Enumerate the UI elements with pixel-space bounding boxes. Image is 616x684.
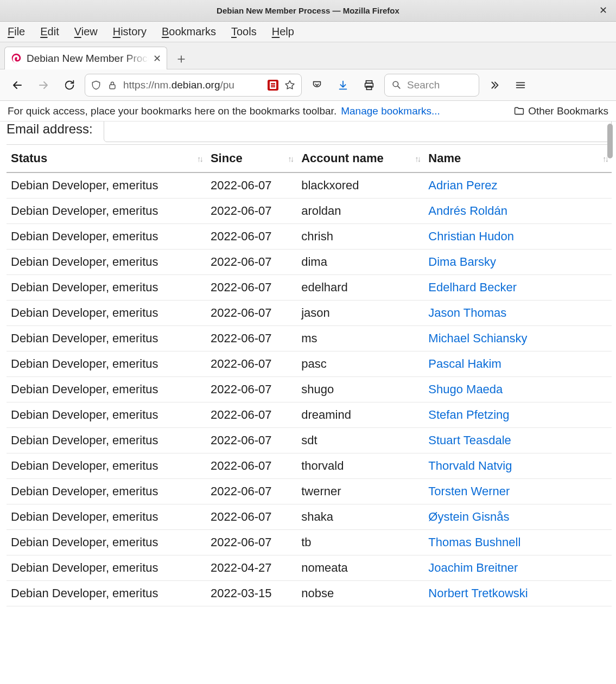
col-account[interactable]: Account name↑↓ — [297, 145, 424, 173]
scrollbar-thumb[interactable] — [607, 124, 613, 158]
reload-button[interactable] — [59, 74, 80, 96]
cell-name: Joachim Breitner — [424, 555, 612, 581]
bookmarks-toolbar: For quick access, place your bookmarks h… — [0, 101, 616, 122]
menu-view[interactable]: View — [74, 25, 98, 38]
member-link[interactable]: Pascal Hakim — [428, 357, 501, 370]
table-row: Debian Developer, emeritus2022-06-07sdtS… — [7, 428, 612, 453]
app-menu-button[interactable] — [510, 74, 531, 96]
cell-account: nomeata — [297, 555, 424, 581]
tabstrip: Debian New Member Process ✕ — [0, 42, 616, 69]
table-row: Debian Developer, emeritus2022-06-07chri… — [7, 224, 612, 250]
tab-label: Debian New Member Process — [27, 53, 149, 65]
table-row: Debian Developer, emeritus2022-06-07shak… — [7, 504, 612, 530]
urlbar[interactable]: https://nm.debian.org/pu — [85, 74, 302, 97]
cell-account: edelhard — [297, 275, 424, 301]
member-link[interactable]: Michael Schiansky — [428, 331, 527, 345]
print-icon — [363, 79, 375, 91]
menubar: File Edit View History Bookmarks Tools H… — [0, 22, 616, 42]
cell-name: Pascal Hakim — [424, 351, 612, 377]
cell-account: dima — [297, 250, 424, 275]
table-row: Debian Developer, emeritus2022-06-07thor… — [7, 453, 612, 479]
cell-name: Stuart Teasdale — [424, 428, 612, 453]
table-row: Debian Developer, emeritus2022-06-07pasc… — [7, 351, 612, 377]
menu-edit[interactable]: Edit — [40, 25, 59, 38]
debian-swirl-icon — [10, 53, 22, 65]
bookmarks-hint: For quick access, place your bookmarks h… — [8, 105, 336, 117]
reload-icon — [63, 79, 75, 91]
member-link[interactable]: Stefan Pfetzing — [428, 408, 509, 421]
lock-icon — [107, 80, 118, 91]
col-name[interactable]: Name↑↓ — [424, 145, 612, 173]
vertical-scrollbar[interactable] — [606, 122, 614, 684]
member-link[interactable]: Christian Hudon — [428, 229, 514, 243]
other-bookmarks-button[interactable]: Other Bookmarks — [513, 105, 608, 117]
cell-since: 2022-06-07 — [206, 250, 297, 275]
search-input[interactable]: Search — [384, 74, 479, 97]
member-link[interactable]: Stuart Teasdale — [428, 433, 511, 447]
cell-name: Norbert Tretkowski — [424, 581, 612, 606]
member-link[interactable]: Norbert Tretkowski — [428, 586, 528, 600]
star-icon[interactable] — [284, 79, 296, 91]
table-row: Debian Developer, emeritus2022-06-07drea… — [7, 402, 612, 428]
member-link[interactable]: Thorvald Natvig — [428, 459, 512, 472]
email-filter-row: Email address: — [7, 122, 612, 140]
email-input[interactable] — [104, 122, 612, 142]
cell-status: Debian Developer, emeritus — [7, 581, 206, 606]
menu-bookmarks[interactable]: Bookmarks — [162, 25, 216, 38]
member-link[interactable]: Adrian Perez — [428, 178, 497, 192]
cell-name: Christian Hudon — [424, 224, 612, 250]
menu-tools[interactable]: Tools — [231, 25, 257, 38]
menu-file[interactable]: File — [8, 25, 25, 38]
cell-since: 2022-06-07 — [206, 224, 297, 250]
cell-account: sdt — [297, 428, 424, 453]
tab-close-button[interactable]: ✕ — [153, 53, 161, 65]
sort-icon: ↑↓ — [197, 154, 202, 163]
print-button[interactable] — [358, 74, 380, 96]
member-link[interactable]: Øystein Gisnås — [428, 510, 509, 523]
cell-since: 2022-06-07 — [206, 504, 297, 530]
cell-status: Debian Developer, emeritus — [7, 402, 206, 428]
cell-since: 2022-06-07 — [206, 275, 297, 301]
downloads-button[interactable] — [332, 74, 354, 96]
pocket-button[interactable] — [306, 74, 328, 96]
cell-status: Debian Developer, emeritus — [7, 351, 206, 377]
cell-account: nobse — [297, 581, 424, 606]
new-tab-button[interactable] — [172, 49, 191, 69]
member-link[interactable]: Thomas Bushnell — [428, 535, 520, 549]
member-link[interactable]: Edelhard Becker — [428, 280, 517, 294]
cell-status: Debian Developer, emeritus — [7, 250, 206, 275]
forward-button[interactable] — [33, 74, 54, 96]
window-close-button[interactable]: ✕ — [596, 4, 611, 16]
cell-name: Adrian Perez — [424, 172, 612, 199]
cell-status: Debian Developer, emeritus — [7, 172, 206, 199]
member-link[interactable]: Shugo Maeda — [428, 382, 503, 396]
menu-history[interactable]: History — [113, 25, 147, 38]
nav-toolbar: https://nm.debian.org/pu Search — [0, 69, 616, 101]
window-titlebar: Debian New Member Process — Mozilla Fire… — [0, 0, 616, 22]
overflow-button[interactable] — [484, 74, 505, 96]
cell-since: 2022-06-07 — [206, 351, 297, 377]
cell-name: Thomas Bushnell — [424, 530, 612, 555]
member-link[interactable]: Torsten Werner — [428, 484, 510, 498]
cell-since: 2022-06-07 — [206, 479, 297, 504]
manage-bookmarks-link[interactable]: Manage bookmarks... — [341, 105, 440, 117]
cell-account: thorvald — [297, 453, 424, 479]
menu-help[interactable]: Help — [272, 25, 294, 38]
member-link[interactable]: Andrés Roldán — [428, 204, 507, 218]
cell-status: Debian Developer, emeritus — [7, 555, 206, 581]
member-link[interactable]: Dima Barsky — [428, 255, 496, 269]
cell-since: 2022-06-07 — [206, 326, 297, 351]
cell-name: Andrés Roldán — [424, 199, 612, 224]
cell-account: tb — [297, 530, 424, 555]
member-link[interactable]: Joachim Breitner — [428, 561, 518, 574]
back-button[interactable] — [7, 74, 28, 96]
tab-active[interactable]: Debian New Member Process ✕ — [4, 47, 167, 69]
col-status[interactable]: Status↑↓ — [7, 145, 206, 173]
reader-mode-icon[interactable] — [268, 80, 278, 91]
cell-account: shugo — [297, 377, 424, 402]
col-since[interactable]: Since↑↓ — [206, 145, 297, 173]
sort-icon: ↑↓ — [288, 154, 293, 163]
member-link[interactable]: Jason Thomas — [428, 306, 506, 319]
cell-since: 2022-06-07 — [206, 301, 297, 326]
download-icon — [337, 79, 349, 91]
